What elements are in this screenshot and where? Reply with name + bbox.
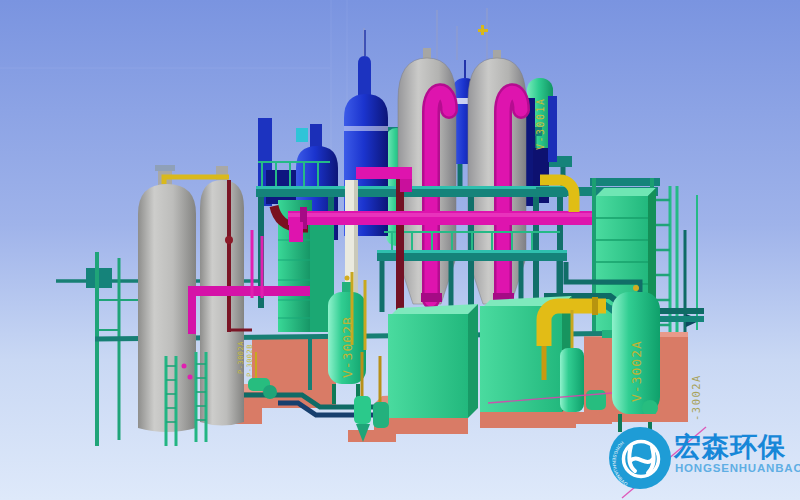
tag-v3002b: V-3002B [340,316,355,378]
logo-cn-text: 宏森环保 [673,432,786,462]
logo-en-text: HONGSENHUANBAO [675,462,800,474]
plant-render: V-3001A V-3002B V-3002A -3002A P-3002A P… [0,0,800,500]
tag-v3001a: V-3001A [535,97,546,150]
tag-3002a: -3002A [690,374,702,421]
plant-3d-scene: V-3001A V-3002B V-3002A -3002A P-3002A P… [0,0,800,500]
green-box-1 [388,304,478,418]
tag-p3002a: P-3002A [237,341,245,374]
tag-v3002a: V-3002A [629,340,644,402]
tag-p3002b: P-3002B [246,344,254,377]
